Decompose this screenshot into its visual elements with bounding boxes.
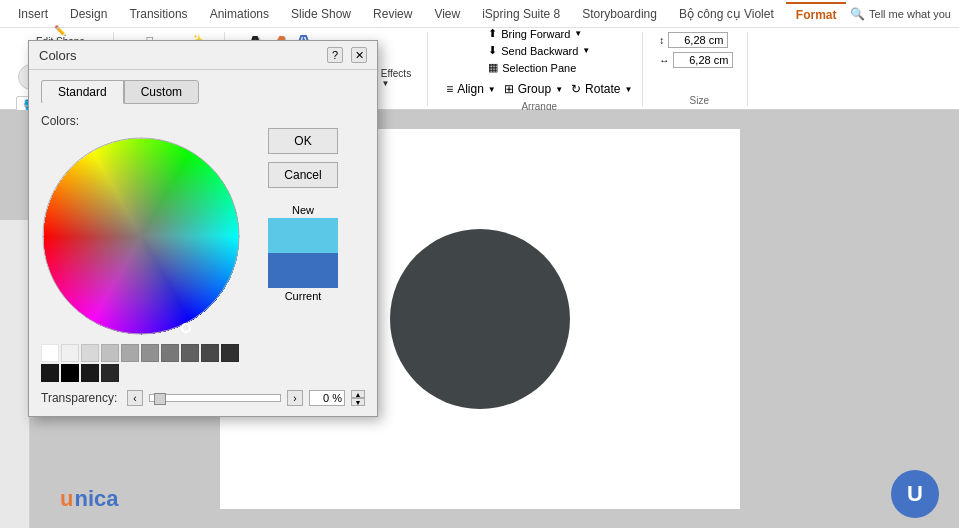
- grayscale-row: [41, 344, 251, 382]
- dialog-tabs: Standard Custom: [41, 80, 365, 104]
- transparency-spinner: ▲ ▼: [351, 390, 365, 406]
- gray-swatch[interactable]: [81, 364, 99, 382]
- transparency-spin-down[interactable]: ▼: [351, 398, 365, 406]
- transparency-right-button[interactable]: ›: [287, 390, 303, 406]
- gray-swatch[interactable]: [121, 344, 139, 362]
- gray-swatch[interactable]: [81, 344, 99, 362]
- gray-swatch[interactable]: [41, 344, 59, 362]
- transparency-slider[interactable]: [149, 394, 281, 402]
- color-picker-area: [41, 136, 251, 382]
- tab-standard[interactable]: Standard: [41, 80, 124, 104]
- gray-swatch[interactable]: [41, 364, 59, 382]
- dialog-titlebar: Colors ? ✕: [29, 41, 377, 70]
- dialog-body: Standard Custom Colors:: [29, 70, 377, 416]
- current-color-preview: [268, 253, 338, 288]
- dialog-overlay: Colors ? ✕ Standard Custom Colors:: [0, 0, 959, 528]
- new-color-preview: [268, 218, 338, 253]
- color-wheel-canvas[interactable]: [41, 136, 241, 336]
- gray-swatch[interactable]: [61, 344, 79, 362]
- color-wheel-wrapper[interactable]: [41, 136, 241, 336]
- current-label: Current: [285, 290, 322, 302]
- colors-dialog: Colors ? ✕ Standard Custom Colors:: [28, 40, 378, 417]
- tab-custom[interactable]: Custom: [124, 80, 199, 104]
- cancel-button[interactable]: Cancel: [268, 162, 338, 188]
- new-label: New: [292, 204, 314, 216]
- gray-swatch[interactable]: [141, 344, 159, 362]
- gray-swatch[interactable]: [101, 364, 119, 382]
- gray-swatch[interactable]: [181, 344, 199, 362]
- dialog-close-button[interactable]: ✕: [351, 47, 367, 63]
- transparency-thumb[interactable]: [154, 393, 166, 405]
- transparency-label: Transparency:: [41, 391, 121, 405]
- transparency-input[interactable]: [309, 390, 345, 406]
- ok-button[interactable]: OK: [268, 128, 338, 154]
- transparency-spin-up[interactable]: ▲: [351, 390, 365, 398]
- dialog-title: Colors: [39, 48, 77, 63]
- gray-swatch[interactable]: [221, 344, 239, 362]
- colors-label: Colors:: [41, 114, 365, 128]
- color-preview-group: New Current: [268, 204, 338, 302]
- transparency-left-button[interactable]: ‹: [127, 390, 143, 406]
- gray-swatch[interactable]: [201, 344, 219, 362]
- gray-swatch[interactable]: [61, 364, 79, 382]
- gray-swatch[interactable]: [161, 344, 179, 362]
- transparency-row: Transparency: ‹ › ▲ ▼: [41, 390, 365, 406]
- dialog-controls: ? ✕: [327, 47, 367, 63]
- gray-swatch[interactable]: [101, 344, 119, 362]
- dialog-help-button[interactable]: ?: [327, 47, 343, 63]
